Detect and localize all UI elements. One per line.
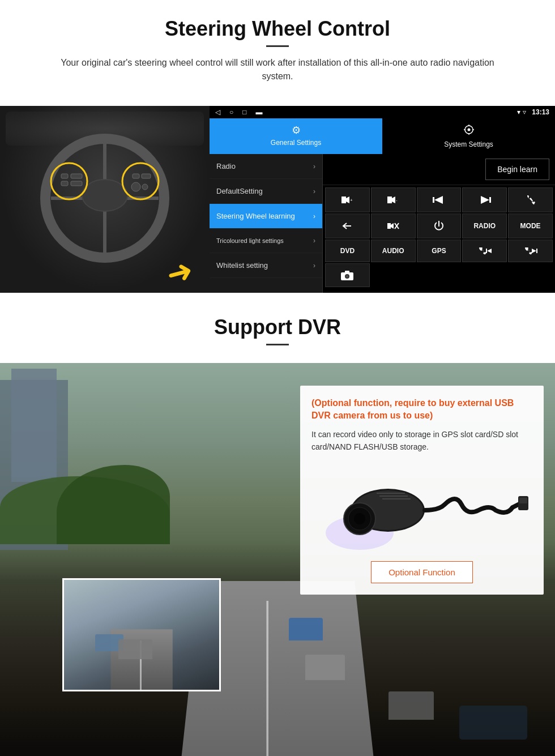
ctrl-phone-prev[interactable] <box>462 240 507 262</box>
dvr-header: Support DVR <box>0 298 555 363</box>
tab-general-label: General Settings <box>271 139 321 147</box>
ctrl-phone[interactable] <box>508 187 553 212</box>
dvr-description: It can record video only to storage in G… <box>311 428 532 454</box>
dvr-title-divider <box>266 344 289 345</box>
svg-marker-23 <box>346 197 349 203</box>
menu-item-steering-wheel[interactable]: Steering Wheel learning › <box>210 204 322 229</box>
system-icon <box>463 124 475 138</box>
signal-icon: ▾ <box>517 108 520 116</box>
svg-rect-55 <box>519 498 527 503</box>
svg-rect-30 <box>489 197 491 203</box>
menu-item-default-setting[interactable]: DefaultSetting › <box>210 179 322 204</box>
svg-point-15 <box>142 184 148 190</box>
chevron-right-icon: › <box>313 187 315 195</box>
svg-marker-33 <box>391 223 394 229</box>
dvr-optional-text: (Optional function, require to buy exter… <box>311 397 532 422</box>
steering-subtitle: Your original car's steering wheel contr… <box>51 56 504 83</box>
nav-home-icon[interactable]: ○ <box>229 108 233 116</box>
svg-point-5 <box>82 180 127 211</box>
wifi-icon: ▿ <box>523 108 526 116</box>
ctrl-audio[interactable]: AUDIO <box>371 240 416 262</box>
svg-marker-31 <box>481 196 489 204</box>
steering-section: Steering Wheel Control Your original car… <box>0 0 555 106</box>
svg-point-7 <box>122 163 159 199</box>
arrow-icon: ➜ <box>163 254 197 291</box>
optional-function-button[interactable]: Optional Function <box>371 561 473 583</box>
status-bar: ◁ ○ □ ▬ ▾ ▿ 13:13 <box>210 106 555 118</box>
begin-learn-button[interactable]: Begin learn <box>485 159 549 180</box>
svg-rect-8 <box>61 174 68 178</box>
chevron-right-icon: › <box>313 237 315 245</box>
svg-point-43 <box>346 275 348 277</box>
chevron-right-icon: › <box>313 212 315 220</box>
dvr-info-box: (Optional function, require to buy exter… <box>300 386 544 595</box>
nav-menu-icon[interactable]: ▬ <box>256 108 263 116</box>
title-divider <box>266 45 289 47</box>
svg-text:-: - <box>396 198 398 203</box>
ctrl-prev[interactable] <box>417 187 462 212</box>
menu-item-tricoloured[interactable]: Tricoloured light settings › <box>210 229 322 253</box>
menu-item-whitelist[interactable]: Whitelist setting › <box>210 253 322 278</box>
svg-point-17 <box>467 129 470 131</box>
ctrl-mute[interactable] <box>371 213 416 238</box>
ctrl-mode[interactable]: MODE <box>508 213 553 238</box>
controls-area: Begin learn + <box>323 154 555 293</box>
svg-point-50 <box>354 513 365 524</box>
svg-rect-11 <box>71 181 82 186</box>
chevron-right-icon: › <box>313 262 315 270</box>
gear-icon: ⚙ <box>292 124 301 136</box>
ctrl-dvd[interactable]: DVD <box>325 240 370 262</box>
svg-text:+: + <box>350 198 353 203</box>
svg-rect-13 <box>142 174 151 178</box>
dvr-section: Support DVR <box>0 298 555 756</box>
steering-composite: ➜ ◁ ○ □ ▬ ▾ ▿ 13:13 ⚙ General Settings <box>0 106 555 293</box>
svg-marker-22 <box>341 197 346 203</box>
steering-wheel-svg <box>40 133 170 263</box>
controls-grid: + - <box>323 185 555 289</box>
dvr-background-image: (Optional function, require to buy exter… <box>0 363 555 756</box>
svg-point-14 <box>131 182 140 191</box>
svg-marker-32 <box>387 223 391 229</box>
steering-wheel-image: ➜ <box>0 106 210 293</box>
status-time: 13:13 <box>532 108 549 116</box>
tab-general-settings[interactable]: ⚙ General Settings <box>210 118 382 154</box>
tab-system-settings[interactable]: System Settings <box>382 118 555 154</box>
tab-system-label: System Settings <box>444 140 493 148</box>
svg-marker-37 <box>487 249 492 253</box>
svg-rect-9 <box>61 181 68 186</box>
svg-rect-40 <box>536 249 537 253</box>
ctrl-vol-up[interactable]: + <box>325 187 370 212</box>
svg-marker-39 <box>532 249 536 253</box>
dvr-camera-image <box>311 462 532 553</box>
page-title: Steering Wheel Control <box>23 17 532 41</box>
tab-row: ⚙ General Settings System Settings <box>210 118 555 154</box>
chevron-right-icon: › <box>313 163 315 170</box>
svg-marker-29 <box>434 196 443 204</box>
svg-rect-12 <box>133 174 139 178</box>
steering-wheel-bg: ➜ <box>0 106 210 293</box>
ctrl-gps[interactable]: GPS <box>417 240 462 262</box>
dvr-camera-svg <box>314 465 530 550</box>
ctrl-vol-down[interactable]: - <box>371 187 416 212</box>
dvr-title: Support DVR <box>23 315 532 339</box>
ctrl-power[interactable] <box>417 213 462 238</box>
nav-recents-icon[interactable]: □ <box>242 108 246 116</box>
settings-menu-list: Radio › DefaultSetting › Steering Wheel … <box>210 154 323 293</box>
svg-marker-26 <box>392 197 395 203</box>
svg-rect-38 <box>486 249 487 253</box>
android-ui-panel: ◁ ○ □ ▬ ▾ ▿ 13:13 ⚙ General Settings <box>210 106 555 293</box>
ctrl-radio[interactable]: RADIO <box>462 213 507 238</box>
ctrl-back[interactable] <box>325 213 370 238</box>
nav-back-icon[interactable]: ◁ <box>215 108 220 116</box>
ctrl-phone-next[interactable] <box>508 240 553 262</box>
menu-and-controls: Radio › DefaultSetting › Steering Wheel … <box>210 154 555 293</box>
menu-item-radio[interactable]: Radio › <box>210 154 322 179</box>
svg-rect-44 <box>345 271 349 273</box>
begin-learn-row: Begin learn <box>323 154 555 185</box>
svg-rect-10 <box>71 174 82 178</box>
ctrl-next[interactable] <box>462 187 507 212</box>
svg-rect-28 <box>433 197 434 203</box>
svg-marker-25 <box>387 197 392 203</box>
dvr-preview-image <box>62 578 221 691</box>
ctrl-camera[interactable] <box>325 263 370 287</box>
